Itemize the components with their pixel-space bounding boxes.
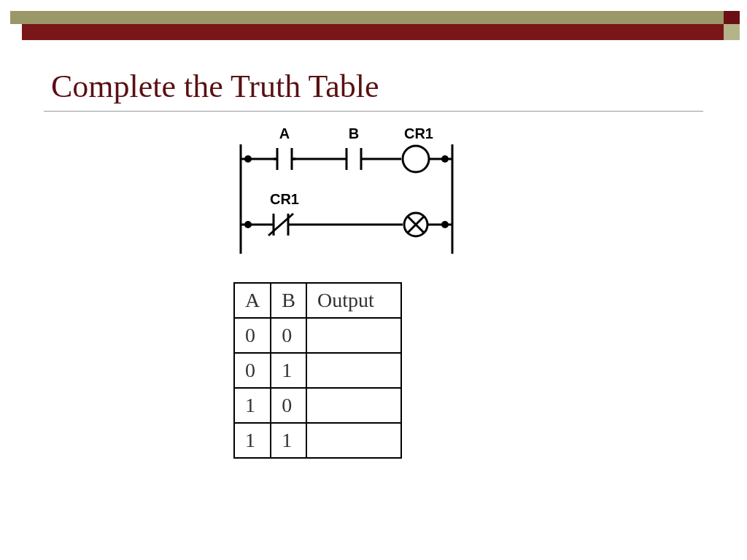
cell-a: 0 — [234, 318, 271, 353]
decorative-top-border — [0, 0, 747, 42]
ladder-logic-diagram: A B CR1 — [233, 122, 703, 264]
cell-b: 0 — [271, 318, 306, 353]
svg-point-14 — [441, 155, 449, 163]
table-row: 0 1 — [234, 353, 401, 388]
contact-a-label: A — [279, 125, 290, 141]
col-header-output: Output — [306, 283, 401, 318]
title-underline — [44, 111, 703, 112]
coil-cr1-label: CR1 — [404, 125, 433, 141]
contact-b-label: B — [349, 125, 359, 141]
truth-table: A B Output 0 0 0 1 1 0 — [233, 282, 703, 459]
slide-title: Complete the Truth Table — [44, 68, 703, 105]
cell-b: 0 — [271, 388, 306, 423]
contact-cr1-label: CR1 — [270, 191, 299, 207]
table-header-row: A B Output — [234, 283, 401, 318]
cell-a: 1 — [234, 388, 271, 423]
col-header-a: A — [234, 283, 271, 318]
svg-point-25 — [441, 221, 449, 228]
cell-a: 0 — [234, 353, 271, 388]
cell-a: 1 — [234, 423, 271, 458]
cell-output — [306, 353, 401, 388]
col-header-b: B — [271, 283, 306, 318]
table-row: 1 1 — [234, 423, 401, 458]
cell-b: 1 — [271, 423, 306, 458]
cell-output — [306, 388, 401, 423]
table-row: 0 0 — [234, 318, 401, 353]
cell-output — [306, 423, 401, 458]
rung-1: A B CR1 — [241, 125, 452, 172]
svg-point-12 — [403, 146, 429, 172]
table-row: 1 0 — [234, 388, 401, 423]
rung-2: CR1 — [241, 191, 452, 236]
cell-b: 1 — [271, 353, 306, 388]
cell-output — [306, 318, 401, 353]
